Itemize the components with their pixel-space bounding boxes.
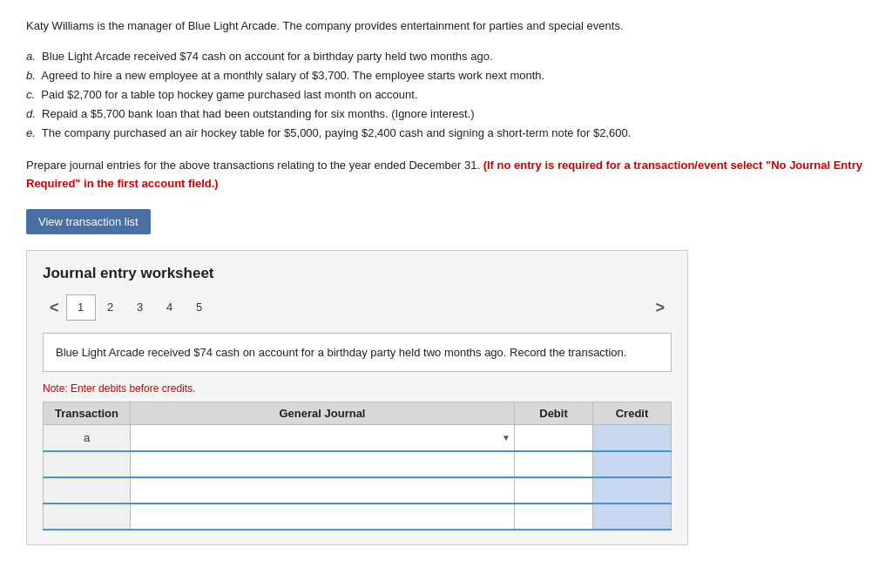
debit-input-2[interactable] (515, 451, 593, 477)
tab-3[interactable]: 3 (125, 294, 155, 321)
general-journal-input-4[interactable] (131, 504, 515, 530)
transaction-description: Blue Light Arcade received $74 cash on a… (43, 333, 672, 373)
transaction-b: b. Agreed to hire a new employee at a mo… (26, 66, 866, 85)
debit-field-2[interactable] (520, 457, 587, 470)
table-row (44, 451, 672, 477)
worksheet-container: Journal entry worksheet < 1 2 3 4 5 > Bl… (26, 250, 688, 545)
credit-input-4[interactable] (593, 504, 672, 530)
worksheet-title: Journal entry worksheet (43, 265, 672, 282)
header-debit: Debit (515, 402, 593, 425)
header-credit: Credit (593, 402, 672, 425)
credit-input-1[interactable] (593, 425, 672, 451)
general-journal-field-1[interactable] (136, 431, 509, 444)
table-row (44, 504, 672, 530)
debit-input-4[interactable] (515, 504, 593, 530)
debit-input-1[interactable] (515, 425, 593, 451)
general-journal-input-2[interactable] (131, 451, 515, 477)
table-row (44, 477, 672, 504)
credit-input-2[interactable] (593, 451, 672, 477)
debit-field-1[interactable] (520, 431, 587, 444)
transaction-a: a. Blue Light Arcade received $74 cash o… (26, 47, 866, 66)
debit-field-3[interactable] (520, 483, 587, 497)
transaction-d: d. Repaid a $5,700 bank loan that had be… (26, 105, 866, 124)
tab-4[interactable]: 4 (155, 294, 185, 321)
general-journal-input-1[interactable]: ▼ (131, 425, 515, 451)
general-journal-field-4[interactable] (136, 510, 509, 523)
tab-navigation: < 1 2 3 4 5 > (43, 294, 672, 321)
intro-paragraph: Katy Williams is the manager of Blue Lig… (26, 17, 866, 35)
tab-1[interactable]: 1 (66, 294, 96, 321)
table-row: a ▼ (44, 425, 672, 451)
transaction-label-empty-4 (44, 504, 131, 530)
credit-field-1[interactable] (598, 431, 666, 444)
note-text: Note: Enter debits before credits. (43, 382, 672, 395)
header-general-journal: General Journal (131, 402, 515, 425)
journal-table: Transaction General Journal Debit Credit… (43, 402, 672, 531)
credit-field-3[interactable] (598, 483, 666, 497)
debit-input-3[interactable] (515, 477, 593, 504)
tab-2[interactable]: 2 (96, 294, 125, 321)
general-journal-field-2[interactable] (136, 457, 509, 470)
tab-prev-arrow[interactable]: < (43, 300, 66, 315)
general-journal-field-3[interactable] (136, 483, 509, 497)
debit-field-4[interactable] (520, 510, 587, 523)
instructions-plain: Prepare journal entries for the above tr… (26, 159, 480, 172)
header-transaction: Transaction (44, 402, 131, 425)
instructions-block: Prepare journal entries for the above tr… (26, 157, 866, 193)
tab-next-arrow[interactable]: > (648, 300, 672, 315)
general-journal-input-3[interactable] (131, 477, 515, 504)
transaction-label-empty-2 (44, 451, 131, 477)
transaction-e: e. The company purchased an air hockey t… (26, 124, 866, 143)
transaction-label-empty-3 (44, 477, 131, 504)
transaction-list: a. Blue Light Arcade received $74 cash o… (26, 47, 866, 143)
credit-field-2[interactable] (598, 457, 666, 470)
tab-5[interactable]: 5 (185, 294, 214, 321)
transaction-c: c. Paid $2,700 for a table top hockey ga… (26, 85, 866, 105)
credit-input-3[interactable] (593, 477, 672, 504)
credit-field-4[interactable] (598, 510, 666, 523)
view-transactions-button[interactable]: View transaction list (26, 209, 151, 234)
transaction-label-a: a (44, 425, 131, 451)
